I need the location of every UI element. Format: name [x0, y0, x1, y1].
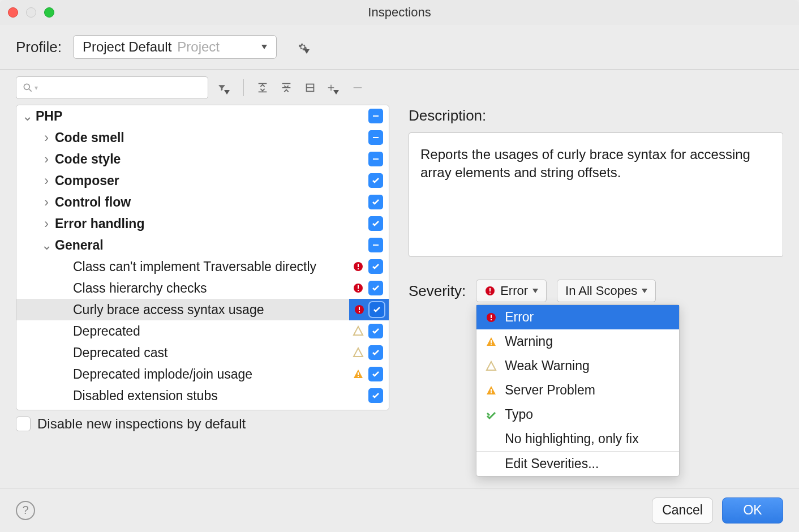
svg-rect-33	[491, 389, 492, 392]
tree-item[interactable]: Class hierarchy checks	[16, 277, 389, 299]
svg-point-0	[24, 84, 29, 89]
tree-group-label: Error handling	[55, 216, 368, 231]
close-window-button[interactable]	[8, 7, 18, 18]
checkbox[interactable]	[370, 302, 384, 317]
remove-button[interactable]	[350, 80, 365, 95]
error-icon	[486, 312, 497, 323]
severity-option-server-problem[interactable]: Server Problem	[476, 378, 679, 402]
chevron-right-icon: ›	[41, 173, 51, 188]
minimize-window-button[interactable]	[26, 7, 36, 18]
severity-option-typo[interactable]: Typo	[476, 402, 679, 427]
severity-option-warning[interactable]: Warning	[476, 329, 679, 354]
profile-selected-name: Project Default	[83, 39, 171, 55]
svg-rect-23	[489, 288, 491, 291]
svg-rect-4	[373, 115, 379, 117]
server-problem-icon	[486, 385, 497, 396]
severity-option-label: No highlighting, only fix	[505, 431, 639, 447]
tree-item[interactable]: Deprecated cast	[16, 342, 389, 363]
error-icon	[353, 261, 364, 272]
minus-icon	[351, 81, 364, 94]
scope-combo[interactable]: In All Scopes	[557, 280, 656, 302]
severity-option-label: Warning	[505, 334, 553, 349]
tree-item[interactable]: Deprecated implode/join usage	[16, 363, 389, 385]
scope-combo-value: In All Scopes	[565, 284, 637, 298]
checkbox[interactable]	[368, 345, 383, 360]
checkbox[interactable]	[368, 109, 383, 123]
tree-group-error-handling[interactable]: › Error handling	[16, 213, 389, 234]
tree-root-php[interactable]: ⌄ PHP	[16, 105, 389, 127]
severity-combo[interactable]: Error	[476, 280, 547, 302]
tree-group-code-style[interactable]: › Code style	[16, 148, 389, 170]
tree-item[interactable]: Class can't implement Traversable direct…	[16, 256, 389, 277]
collapse-all-button[interactable]	[279, 80, 294, 95]
profile-label: Profile:	[16, 38, 62, 56]
severity-option-weak-warning[interactable]: Weak Warning	[476, 354, 679, 378]
tree-group-control-flow[interactable]: › Control flow	[16, 191, 389, 213]
weak-warning-icon	[486, 361, 497, 372]
filter-button[interactable]	[217, 80, 232, 95]
svg-rect-5	[373, 137, 379, 138]
svg-marker-18	[354, 348, 363, 357]
error-icon	[353, 282, 364, 294]
checkbox[interactable]	[368, 281, 383, 295]
edit-severities-label: Edit Severities...	[505, 456, 599, 471]
tree-item[interactable]: Deprecated	[16, 320, 389, 342]
collapse-all-icon	[280, 81, 293, 94]
add-button[interactable]	[327, 80, 341, 95]
checkbox[interactable]	[368, 195, 383, 209]
search-input[interactable]: ▾	[16, 76, 208, 99]
ok-label: OK	[743, 503, 762, 518]
svg-rect-10	[358, 268, 359, 269]
severity-option-no-highlighting[interactable]: No highlighting, only fix	[476, 427, 679, 451]
svg-line-1	[29, 89, 32, 92]
checkbox[interactable]	[368, 173, 383, 188]
checkbox[interactable]	[368, 388, 383, 403]
chevron-down-icon	[304, 49, 310, 54]
disable-new-checkbox[interactable]	[16, 417, 31, 431]
svg-rect-24	[489, 293, 491, 294]
profile-select[interactable]: Project Default Project	[73, 35, 277, 59]
severity-option-label: Weak Warning	[505, 358, 590, 374]
bottom-bar: ? Cancel OK	[0, 488, 799, 532]
checkbox[interactable]	[368, 324, 383, 338]
tree-toolbar: ▾	[16, 76, 783, 99]
tree-item-label: Deprecated cast	[73, 345, 353, 361]
no-severity-icon	[353, 390, 364, 401]
weak-warning-icon	[353, 325, 364, 337]
svg-rect-26	[491, 315, 492, 318]
ok-button[interactable]: OK	[722, 497, 783, 524]
tree-item[interactable]: Disabled extension stubs	[16, 385, 389, 406]
tree-item-label: Deprecated implode/join usage	[73, 367, 353, 382]
chevron-down-icon	[532, 289, 538, 293]
warning-icon	[353, 368, 364, 380]
tree-group-general[interactable]: ⌄ General	[16, 234, 389, 256]
checkbox[interactable]	[368, 130, 383, 145]
tree-group-composer[interactable]: › Composer	[16, 170, 389, 191]
checkbox[interactable]	[368, 367, 383, 381]
help-button[interactable]: ?	[16, 501, 35, 520]
checkbox[interactable]	[368, 152, 383, 166]
expand-all-button[interactable]	[255, 80, 270, 95]
tree-group-label: Code style	[55, 152, 368, 167]
cancel-label: Cancel	[662, 503, 703, 518]
tree-group-label: General	[55, 238, 368, 253]
tree-item-selected[interactable]: Curly brace access syntax usage	[16, 299, 389, 320]
checkbox[interactable]	[368, 238, 383, 252]
severity-option-label: Error	[505, 310, 534, 325]
svg-rect-30	[491, 344, 492, 345]
titlebar: Inspections	[0, 0, 799, 25]
tree-group-label: Control flow	[55, 195, 368, 210]
reset-button[interactable]	[303, 80, 317, 95]
checkbox[interactable]	[368, 216, 383, 231]
severity-combo-value: Error	[500, 284, 528, 298]
inspection-tree[interactable]: ⌄ PHP › Code smell › Code style ›	[16, 105, 389, 410]
checkbox[interactable]	[368, 259, 383, 274]
cancel-button[interactable]: Cancel	[652, 497, 713, 524]
tree-group-code-smell[interactable]: › Code smell	[16, 127, 389, 148]
maximize-window-button[interactable]	[44, 7, 54, 18]
profile-settings-button[interactable]	[298, 40, 313, 54]
severity-option-error[interactable]: Error	[476, 305, 679, 329]
severity-edit-severities[interactable]: Edit Severities...	[476, 452, 679, 476]
chevron-down-icon	[224, 90, 230, 95]
typo-icon	[486, 409, 497, 421]
